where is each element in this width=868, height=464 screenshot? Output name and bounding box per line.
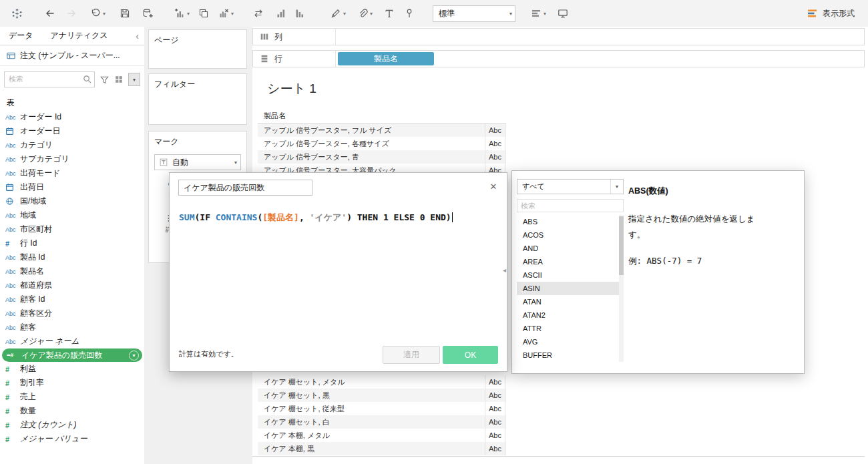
field-row[interactable]: 国/地域	[0, 194, 144, 208]
view-options-dropdown[interactable]: ▾	[128, 73, 140, 86]
function-list-item[interactable]: ASIN	[517, 282, 619, 295]
presentation-mode-button[interactable]	[556, 4, 570, 23]
field-row[interactable]: #メジャー バリュー	[0, 432, 144, 446]
field-row[interactable]: #利益	[0, 362, 144, 376]
chevron-down-icon[interactable]: ▾	[370, 11, 373, 17]
function-category-dropdown[interactable]: すべて ▾	[517, 179, 624, 194]
redo-button[interactable]	[64, 4, 79, 23]
chevron-down-icon[interactable]: ▾	[129, 351, 139, 361]
function-list-item[interactable]: AVG	[517, 335, 619, 349]
field-row[interactable]: Abc市区町村	[0, 222, 144, 236]
table-row[interactable]: アップル 信号ブースター, 各種サイズAbc	[258, 137, 506, 150]
field-row[interactable]: Abcサブカテゴリ	[0, 152, 144, 166]
field-row[interactable]: #売上	[0, 390, 144, 404]
table-row[interactable]: イケア 棚セット, メタルAbc	[258, 375, 506, 389]
sort-desc-button[interactable]	[292, 4, 307, 23]
collapse-function-panel-icon[interactable]: ◂	[503, 266, 506, 274]
swap-axes-button[interactable]	[251, 4, 266, 23]
tab-data[interactable]: データ	[0, 27, 42, 45]
field-row[interactable]: #行 Id	[0, 236, 144, 250]
field-row[interactable]: Abc顧客区分	[0, 306, 144, 320]
formula-editor[interactable]: SUM(IF CONTAINS([製品名], 'イケア') THEN 1 ELS…	[179, 212, 453, 224]
new-worksheet-button[interactable]: ▾	[172, 4, 191, 23]
field-label: 出荷モード	[20, 168, 61, 179]
field-row[interactable]: Abc顧客 Id	[0, 292, 144, 306]
datasource-item[interactable]: 注文 (サンプル - スーパー...	[0, 45, 144, 66]
field-row[interactable]: Abc製品名	[0, 264, 144, 278]
columns-shelf-content[interactable]	[336, 29, 864, 45]
marks-label: マーク	[149, 132, 246, 148]
show-mark-labels-button[interactable]	[382, 4, 397, 23]
columns-shelf[interactable]: 列	[252, 28, 865, 45]
field-row[interactable]: Abc顧客	[0, 320, 144, 334]
duplicate-button[interactable]	[196, 4, 211, 23]
pill-product-name[interactable]: 製品名	[338, 52, 434, 65]
field-row[interactable]: #数量	[0, 404, 144, 418]
field-row[interactable]: Abcカテゴリ	[0, 138, 144, 152]
function-list-item[interactable]: ASCII	[517, 268, 619, 282]
replay-button[interactable]: ▾	[88, 4, 107, 23]
chevron-down-icon[interactable]: ▾	[103, 11, 105, 17]
function-list-item[interactable]: ATAN	[517, 295, 619, 308]
add-data-button[interactable]	[140, 4, 155, 23]
fix-axes-button[interactable]	[402, 4, 417, 23]
field-search-input[interactable]	[5, 72, 79, 85]
table-row[interactable]: アップル 信号ブースター, フル サイズAbc	[258, 124, 506, 137]
rows-shelf-content[interactable]: 製品名	[336, 51, 864, 67]
table-row[interactable]: イケア 棚セット, 従来型Abc	[258, 402, 506, 415]
save-button[interactable]	[118, 4, 132, 23]
field-row[interactable]: オーダー日	[0, 124, 144, 138]
function-list-item[interactable]: ABS	[517, 215, 619, 228]
ok-button[interactable]: OK	[443, 346, 498, 364]
function-list-item[interactable]: AND	[517, 242, 619, 255]
chevron-down-icon[interactable]: ▾	[544, 11, 546, 17]
show-hide-cards-button[interactable]: ▾	[529, 4, 548, 23]
function-search-input[interactable]	[517, 199, 624, 212]
table-row[interactable]: アップル 信号ブースター, 青Abc	[258, 150, 506, 164]
field-row[interactable]: Abcオーダー Id	[0, 110, 144, 124]
clear-sheet-button[interactable]: ▾	[216, 4, 235, 23]
chevron-down-icon[interactable]: ▾	[187, 11, 190, 17]
field-row[interactable]: Abc製品 Id	[0, 250, 144, 264]
scrollbar-thumb[interactable]	[619, 216, 624, 275]
rows-shelf[interactable]: 行 製品名	[252, 50, 865, 67]
table-row[interactable]: イケア 本棚, メタルAbc	[258, 429, 506, 442]
chevron-down-icon[interactable]: ▾	[343, 11, 346, 17]
collapse-pane-icon[interactable]: ‹	[136, 31, 139, 41]
table-row[interactable]: イケア 棚セット, 黒Abc	[258, 389, 506, 402]
pages-shelf[interactable]: ページ	[148, 29, 247, 69]
field-row[interactable]: Abc地域	[0, 208, 144, 222]
tableau-logo[interactable]	[9, 4, 24, 23]
undo-button[interactable]	[43, 4, 57, 23]
show-me-button[interactable]: 表示形式	[803, 4, 859, 23]
column-header[interactable]: 製品名	[258, 108, 506, 124]
mark-type-dropdown[interactable]: 自動 ▾	[154, 154, 241, 170]
function-list-item[interactable]: ACOS	[517, 228, 619, 242]
chevron-down-icon[interactable]: ▾	[231, 11, 234, 17]
grid-view-icon[interactable]	[114, 74, 124, 85]
field-row[interactable]: #割引率	[0, 376, 144, 390]
field-row[interactable]: Abcメジャー ネーム	[0, 334, 144, 349]
close-icon[interactable]: ✕	[487, 180, 499, 192]
function-list-item[interactable]: ATAN2	[517, 308, 619, 322]
calculation-name-input[interactable]	[178, 180, 312, 196]
filters-shelf[interactable]: フィルター	[148, 73, 247, 125]
field-row[interactable]: =#イケア製品の販売回数▾	[2, 349, 142, 362]
table-row[interactable]: イケア 本棚, 黒Abc	[258, 442, 506, 455]
group-button[interactable]: ▾	[355, 4, 374, 23]
function-list-item[interactable]: BUFFER	[517, 349, 619, 362]
field-row[interactable]: #注文 (カウント)	[0, 418, 144, 432]
function-list-item[interactable]: ATTR	[517, 322, 619, 335]
field-row[interactable]: Abc都道府県	[0, 278, 144, 292]
table-row[interactable]: イケア 棚セット, 白Abc	[258, 415, 506, 429]
function-list-item[interactable]: AREA	[517, 255, 619, 268]
sort-asc-button[interactable]	[274, 4, 288, 23]
apply-button[interactable]: 適用	[383, 346, 440, 364]
tab-analytics[interactable]: アナリティクス	[42, 27, 117, 45]
filter-funnel-icon[interactable]	[99, 74, 110, 85]
fit-dropdown[interactable]: 標準 ▾	[433, 5, 515, 22]
function-list-scrollbar[interactable]	[619, 215, 624, 362]
highlight-button[interactable]: ▾	[329, 4, 347, 23]
field-row[interactable]: Abc出荷モード	[0, 166, 144, 180]
field-row[interactable]: 出荷日	[0, 180, 144, 194]
